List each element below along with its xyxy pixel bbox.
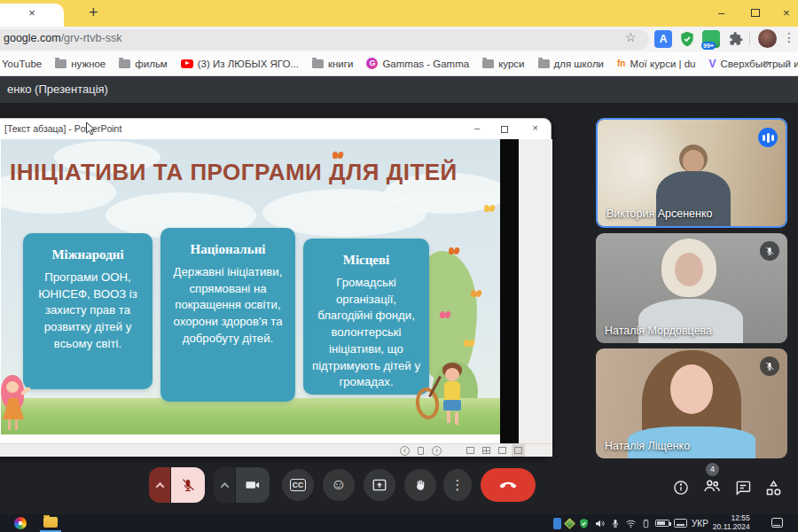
bookmark-sverkh[interactable]: VСверхбыстрый и п... (709, 58, 798, 70)
profile-avatar[interactable] (758, 29, 777, 48)
participant-name: Наталія Ліщенко (605, 440, 690, 452)
raise-hand-button[interactable] (404, 469, 436, 501)
slide-title: ІНІЦІАТИВИ ТА ПРОГРАМИ ДЛЯ ДІТЕЙ (10, 159, 493, 186)
ppt-close-button[interactable]: × (533, 122, 538, 133)
info-icon[interactable] (672, 479, 690, 497)
bookmark-folder-nuzhnoe[interactable]: нужное (55, 59, 106, 69)
window-maximize-button[interactable] (751, 9, 760, 17)
participants-button[interactable]: 4 (702, 476, 722, 499)
box-body: Державні ініціативи, спрямовані на покра… (168, 264, 287, 348)
bookmark-gamma[interactable]: GGammas - Gamma (366, 58, 469, 69)
keyboard-icon[interactable] (674, 519, 687, 528)
powerpoint-titlebar[interactable]: [Текст абзаца] - PowerPoint – × (0, 119, 551, 139)
browser-taskbar-icon[interactable] (14, 517, 27, 529)
moodle-icon: fn (617, 59, 625, 68)
chevron-up-icon (155, 481, 164, 490)
activities-icon[interactable] (764, 479, 783, 497)
powerpoint-window[interactable]: [Текст абзаца] - PowerPoint – × ІНІЦІАТИ… (0, 118, 552, 457)
bookmark-moodle[interactable]: fnМої курси | du (617, 59, 695, 69)
url-path: /grv-rtvb-ssk (61, 32, 122, 44)
puzzle-icon (727, 30, 745, 48)
shield-extension-icon[interactable] (678, 30, 696, 48)
camera-options-chevron[interactable] (214, 467, 235, 503)
wifi-icon[interactable] (625, 518, 637, 529)
gamma-icon: G (366, 58, 378, 69)
file-explorer-icon[interactable] (43, 517, 58, 528)
participant-tile-3[interactable]: Наталія Ліщенко (596, 348, 787, 458)
toolbar-divider (749, 32, 750, 45)
bookmark-folder-kursy[interactable]: курси (482, 59, 524, 69)
new-tab-button[interactable]: + (89, 4, 98, 22)
notification-center-icon[interactable] (771, 518, 783, 528)
extensions-puzzle-icon[interactable] (727, 30, 745, 48)
shield-check-icon (678, 30, 696, 48)
window-minimize-button[interactable]: – (718, 6, 724, 20)
participant-name: Виктория Арсененко (606, 207, 712, 220)
prev-slide-button[interactable]: ‹ (400, 446, 410, 456)
microphone-icon[interactable] (610, 518, 621, 528)
end-call-button[interactable] (481, 468, 536, 502)
tab-close-icon[interactable]: × (25, 6, 39, 20)
cc-icon: CC (290, 479, 306, 491)
captions-button[interactable]: CC (282, 469, 314, 501)
battery-icon[interactable] (655, 520, 669, 527)
bookmark-folder-knigi[interactable]: книги (312, 59, 353, 69)
slide-box-local: Місцеві Громадські організації, благодій… (303, 239, 429, 395)
camera-button[interactable] (236, 467, 270, 503)
bookmark-youtube-video[interactable]: (3) Из ЛЮБЫХ ЯГО... (181, 59, 299, 69)
reactions-button[interactable]: ☺ (323, 469, 355, 501)
mic-mute-button[interactable] (171, 467, 205, 503)
box-body: Громадські організації, благодійні фонди… (311, 275, 421, 391)
bookmark-folder-shkoly[interactable]: для школи (538, 59, 605, 69)
mic-off-icon (760, 241, 779, 261)
slide-sorter-view-button[interactable] (482, 447, 490, 454)
ppt-maximize-button[interactable] (501, 126, 508, 133)
bookmark-star-icon[interactable]: ☆ (625, 30, 637, 44)
reading-view-button[interactable] (498, 447, 506, 454)
phone-down-icon (498, 475, 518, 495)
windows-taskbar: УКР 12:55 20.11.2024 (0, 514, 798, 532)
system-tray: УКР 12:55 20.11.2024 (553, 514, 750, 532)
bookmarks-bar: YouTube нужное фильм (3) Из ЛЮБЫХ ЯГО...… (0, 51, 798, 76)
box-body: Програми ООН, ЮНІСЕФ, ВООЗ із захисту пр… (31, 270, 145, 353)
clock[interactable]: 12:55 20.11.2024 (713, 514, 750, 532)
volume-icon[interactable] (594, 518, 606, 529)
slideshow-view-button[interactable] (514, 447, 522, 454)
bookmark-folder-film[interactable]: фильм (119, 59, 168, 69)
more-options-button[interactable]: ⋮ (443, 469, 472, 501)
translate-extension-icon[interactable]: A (654, 30, 672, 48)
butterfly-shape (471, 290, 476, 297)
slide-canvas: ІНІЦІАТИВИ ТА ПРОГРАМИ ДЛЯ ДІТЕЙ Міжнаро… (1, 139, 500, 434)
tray-shield-icon[interactable] (578, 518, 590, 529)
v-logo-icon: V (709, 58, 716, 70)
tray-app-icon[interactable] (553, 518, 561, 529)
box-heading: Національні (168, 242, 287, 257)
usb-device-icon[interactable] (641, 518, 651, 529)
participant-tile-1[interactable]: Виктория Арсененко (596, 118, 787, 228)
bookmark-label: для школи (554, 59, 605, 69)
mic-options-chevron[interactable] (149, 467, 170, 503)
presenter-control-bar: ‹ › (0, 443, 552, 457)
more-vert-icon: ⋮ (451, 477, 465, 493)
normal-view-button[interactable] (466, 447, 474, 454)
boy-character (414, 363, 494, 434)
browser-menu-icon[interactable]: ⋮ (783, 30, 795, 44)
folder-icon (119, 59, 130, 68)
url-text[interactable]: google.com/grv-rtvb-ssk (4, 32, 121, 44)
bookmarks-overflow-icon[interactable]: » (763, 56, 770, 69)
window-close-button[interactable]: × (783, 6, 790, 20)
present-button[interactable] (364, 469, 395, 501)
annotate-pen-button[interactable] (418, 447, 424, 455)
ppt-minimize-button[interactable]: – (474, 122, 480, 133)
bookmark-label: YouTube (2, 59, 42, 69)
bookmark-youtube[interactable]: YouTube (2, 59, 42, 69)
folder-icon (482, 59, 494, 68)
next-slide-button[interactable]: › (432, 446, 442, 456)
chat-icon[interactable] (734, 479, 752, 497)
tray-diamond-icon[interactable] (564, 518, 575, 529)
counter-extension-icon[interactable]: 99+ (702, 30, 720, 48)
language-indicator[interactable]: УКР (692, 519, 708, 528)
participant-tile-2[interactable]: Наталія Мордовцева (596, 233, 787, 343)
butterfly-shape (449, 247, 454, 254)
person-face (670, 364, 713, 414)
